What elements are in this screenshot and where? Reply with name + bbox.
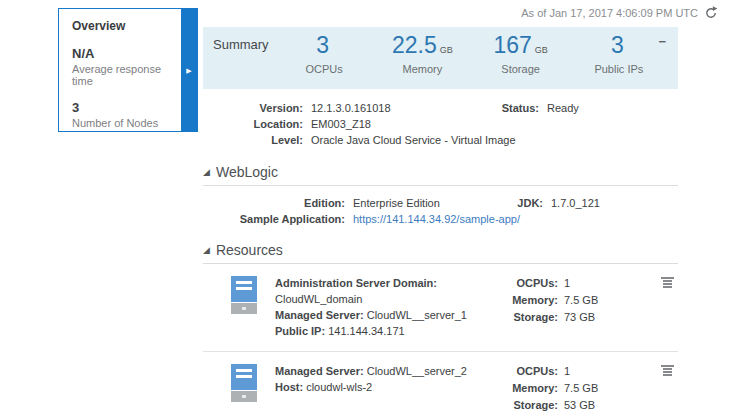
version-value: 12.1.3.0.161018 — [311, 100, 391, 116]
resource-details: Administration Server Domain: CloudWL_do… — [275, 274, 506, 339]
chevron-right-icon: ▶ — [186, 67, 191, 74]
summary-metric-ocpus: 3 OCPUs — [275, 27, 373, 89]
resource-row-server-1: Administration Server Domain: CloudWL_do… — [203, 264, 678, 352]
server-icon — [231, 274, 257, 339]
weblogic-content: Edition: Enterprise Edition Sample Appli… — [203, 186, 678, 227]
ocpus-value: 3 — [316, 32, 329, 58]
ocpus-label: OCPUs — [275, 63, 373, 75]
as-of-timestamp: As of Jan 17, 2017 4:06:09 PM UTC — [521, 7, 698, 19]
level-row: Level: Oracle Java Cloud Service - Virtu… — [203, 132, 678, 148]
version-label: Version: — [203, 100, 303, 116]
sample-app-label: Sample Application: — [203, 211, 345, 227]
minimize-icon[interactable]: − — [656, 35, 668, 49]
jdk-value: 1.7.0_121 — [551, 195, 600, 211]
sample-app-row: Sample Application: https://141.144.34.9… — [203, 211, 678, 227]
ocpus-stat: OCPUs:1 — [506, 275, 626, 292]
resources-section: ◢ Resources Administration Server Domain… — [203, 242, 678, 420]
memory-stat: Memory:7.5 GB — [506, 292, 626, 309]
resource-details: Managed Server: CloudWL__server_2 Host: … — [275, 362, 506, 414]
jdk-row: JDK: 1.7.0_121 — [503, 195, 600, 211]
avg-response-value: N/A — [72, 46, 173, 61]
resource-stats: OCPUs:1 Memory:7.5 GB Storage:73 GB — [506, 274, 626, 339]
row-menu-icon[interactable] — [660, 362, 674, 414]
summary-metric-memory: 22.5GB Memory — [373, 27, 471, 89]
weblogic-section-header[interactable]: ◢ WebLogic — [203, 164, 678, 186]
storage-stat: Storage:53 GB — [506, 397, 626, 414]
service-info: Version: 12.1.3.0.161018 Location: EM003… — [203, 100, 678, 150]
sample-app-link[interactable]: https://141.144.34.92/sample-app/ — [353, 213, 520, 225]
summary-bar: Summary 3 OCPUs 22.5GB Memory 167GB Stor… — [203, 27, 678, 89]
summary-title: Summary — [213, 27, 275, 89]
main-content: Summary 3 OCPUs 22.5GB Memory 167GB Stor… — [203, 27, 678, 420]
edition-row: Edition: Enterprise Edition — [203, 195, 678, 211]
ocpus-stat: OCPUs:1 — [506, 363, 626, 380]
weblogic-section: ◢ WebLogic Edition: Enterprise Edition S… — [203, 164, 678, 227]
location-row: Location: EM003_Z18 — [203, 116, 678, 132]
node-count-label: Number of Nodes — [72, 117, 173, 129]
storage-value: 167 — [493, 32, 531, 58]
memory-label: Memory — [373, 63, 471, 75]
summary-metric-storage: 167GB Storage — [472, 27, 570, 89]
storage-label: Storage — [472, 63, 570, 75]
host-line: Host: cloudwl-wls-2 — [275, 379, 506, 395]
public-ips-value: 3 — [611, 32, 624, 58]
resource-row-server-2: Managed Server: CloudWL__server_2 Host: … — [203, 352, 678, 420]
version-row: Version: 12.1.3.0.161018 — [203, 100, 678, 116]
jdk-block: JDK: 1.7.0_121 — [503, 195, 600, 211]
collapse-triangle-icon: ◢ — [203, 168, 210, 177]
jdk-label: JDK: — [503, 195, 543, 211]
weblogic-section-title: WebLogic — [216, 164, 278, 180]
memory-stat: Memory:7.5 GB — [506, 380, 626, 397]
location-label: Location: — [203, 116, 303, 132]
avg-response-label: Average response time — [72, 63, 173, 87]
location-value: EM003_Z18 — [311, 116, 371, 132]
collapse-triangle-icon: ◢ — [203, 246, 210, 255]
resource-stats: OCPUs:1 Memory:7.5 GB Storage:53 GB — [506, 362, 626, 414]
storage-unit: GB — [535, 45, 548, 55]
resources-section-title: Resources — [216, 242, 283, 258]
timestamp-row: As of Jan 17, 2017 4:06:09 PM UTC — [521, 6, 718, 20]
memory-unit: GB — [440, 45, 453, 55]
admin-domain-line: Administration Server Domain: CloudWL_do… — [275, 275, 506, 307]
node-count-value: 3 — [72, 100, 173, 115]
edition-label: Edition: — [203, 195, 345, 211]
level-value: Oracle Java Cloud Service - Virtual Imag… — [311, 132, 516, 148]
overview-card-title: Overview — [72, 19, 173, 33]
resources-section-header[interactable]: ◢ Resources — [203, 242, 678, 264]
row-menu-icon[interactable] — [660, 274, 674, 339]
server-icon — [231, 362, 257, 414]
card-expand-tab[interactable]: ▶ — [181, 9, 197, 131]
memory-value: 22.5 — [392, 32, 437, 58]
overview-summary-card[interactable]: Overview N/A Average response time 3 Num… — [58, 8, 198, 132]
managed-server-line: Managed Server: CloudWL__server_2 — [275, 363, 506, 379]
storage-stat: Storage:73 GB — [506, 309, 626, 326]
refresh-icon[interactable] — [704, 6, 718, 20]
status-label: Status: — [499, 100, 539, 116]
status-row: Status: Ready — [499, 100, 579, 116]
public-ips-label: Public IPs — [570, 63, 668, 75]
level-label: Level: — [203, 132, 303, 148]
status-badge: Ready — [547, 100, 579, 116]
managed-server-line: Managed Server: CloudWL__server_1 — [275, 307, 506, 323]
edition-value: Enterprise Edition — [353, 195, 440, 211]
node-count-metric: 3 Number of Nodes — [72, 100, 173, 129]
status-block: Status: Ready — [499, 100, 579, 116]
summary-metric-public-ips: 3 Public IPs — [570, 27, 668, 89]
avg-response-metric: N/A Average response time — [72, 46, 173, 87]
public-ip-line: Public IP: 141.144.34.171 — [275, 323, 506, 339]
overview-card-body: Overview N/A Average response time 3 Num… — [59, 9, 197, 129]
